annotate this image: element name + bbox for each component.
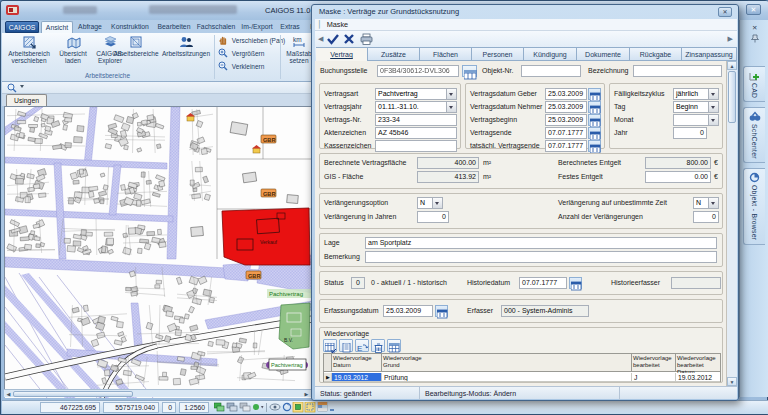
- ribbon-tab-imexport[interactable]: Im-/Export: [239, 21, 275, 33]
- buchungsstelle-field[interactable]: 0F3B4/30612-DVL306: [377, 65, 459, 77]
- tatsende-calendar-button[interactable]: [588, 140, 601, 152]
- dialog-menu-maske[interactable]: Maske: [327, 20, 349, 29]
- toolbar-next-icon[interactable]: ▶: [728, 31, 733, 47]
- print-icon[interactable]: [360, 33, 373, 45]
- main-close-button[interactable]: ✕: [746, 4, 761, 15]
- ribbon-button-zoom-out[interactable]: Verkleinern: [218, 61, 264, 73]
- ribbon-tab-extras[interactable]: Extras: [277, 21, 303, 33]
- ribbon-tab-caigos[interactable]: CAIGOS: [5, 21, 39, 33]
- toolbar-prev-icon[interactable]: ◀: [318, 31, 323, 47]
- scroll-left-arrow[interactable]: ◀: [5, 391, 12, 397]
- tab-flaechen[interactable]: Flächen: [420, 47, 472, 61]
- vanz-field[interactable]: 0: [693, 211, 719, 223]
- wv-col-datum[interactable]: Wiedervorlage Datum: [332, 354, 382, 372]
- highlighted-parcel-red[interactable]: Verkauf: [222, 208, 310, 265]
- tab-zusaetze[interactable]: Zusätze: [368, 47, 420, 61]
- vdatumgeber-field[interactable]: 25.03.2009: [545, 88, 587, 100]
- statusbar-icons[interactable]: [214, 402, 334, 414]
- map-zoom-tool-icon[interactable]: [7, 83, 19, 93]
- bemerkung-field[interactable]: [365, 251, 717, 263]
- wv-col-bearbeitet-datum[interactable]: Wiedervorlage bearbeitet Datum: [676, 354, 720, 372]
- monat-combo[interactable]: [673, 114, 719, 126]
- wv-delete-button[interactable]: [371, 339, 385, 352]
- erfdatum-field[interactable]: 25.03.2009: [383, 305, 433, 317]
- cancel-x-icon[interactable]: [343, 33, 355, 45]
- ribbon-button-pan[interactable]: Verschieben (Pan): [218, 35, 285, 47]
- ribbon-tab-fachschalen[interactable]: Fachschalen: [195, 21, 237, 33]
- vende-field[interactable]: 07.07.1777: [545, 127, 587, 139]
- wv-grid-button[interactable]: [387, 339, 401, 352]
- vertragsart-combo[interactable]: Pachtvertrag: [375, 88, 457, 100]
- erfdatum-calendar-button[interactable]: [435, 305, 448, 317]
- objektnr-field[interactable]: [521, 65, 581, 77]
- dock-pin-icon[interactable]: [751, 34, 760, 43]
- wv-cell-bearbeitet[interactable]: J: [632, 373, 676, 382]
- jahr-field[interactable]: 0: [673, 127, 707, 139]
- vbeginn-calendar-button[interactable]: [588, 114, 601, 126]
- wv-cell-datum[interactable]: 19.03.2012: [332, 373, 382, 382]
- ribbon-tab-abfrage[interactable]: Abfrage: [75, 21, 105, 33]
- dock-tab-cad[interactable]: CAD: [743, 66, 765, 102]
- dialog-scrollbar[interactable]: ▲ ▼: [727, 61, 737, 386]
- vopt-combo[interactable]: N: [417, 197, 443, 209]
- histdatum-calendar-button[interactable]: [569, 277, 582, 289]
- tab-kuendigung[interactable]: Kündigung: [524, 47, 577, 61]
- tab-rueckgabe[interactable]: Rückgabe: [630, 47, 682, 61]
- ribbon-tab-konstruktion[interactable]: Konstruktion: [107, 21, 153, 33]
- vdatumgeber-calendar-button[interactable]: [588, 88, 601, 100]
- wv-copy-button[interactable]: [339, 339, 353, 352]
- bezeichnung-field[interactable]: [633, 65, 722, 77]
- scroll-right-arrow[interactable]: ▶: [303, 391, 310, 397]
- lage-field[interactable]: am Sportplatz: [365, 237, 717, 249]
- ribbon-button-zoom-in[interactable]: Vergrößern: [218, 48, 264, 60]
- map-horizontal-scrollbar[interactable]: ◀ ▶: [4, 389, 311, 397]
- wv-cell-grund[interactable]: Prüfung: [382, 373, 632, 382]
- aktenzeichen-field[interactable]: AZ 45b46: [375, 127, 457, 139]
- wv-col-grund[interactable]: Wiedervorlage Grund: [382, 354, 632, 372]
- tag-combo[interactable]: Beginn: [673, 101, 719, 113]
- wv-refresh-button[interactable]: E: [355, 339, 369, 352]
- tab-zinsanpassung[interactable]: Zinsanpassung: [682, 47, 737, 61]
- wv-col-bearbeitet[interactable]: Wiedervorlage bearbeitet: [632, 354, 676, 372]
- bezeichnung-label: Bezeichnung: [588, 65, 628, 77]
- tatsende-field[interactable]: 07.07.1777: [545, 140, 587, 152]
- vertragsnr-field[interactable]: 233-34: [375, 114, 457, 126]
- vdatumnehmer-calendar-button[interactable]: [588, 101, 601, 113]
- tab-personen[interactable]: Personen: [472, 47, 524, 61]
- objektnr-label: Objekt-Nr.: [482, 65, 514, 77]
- workspaces-icon: [129, 35, 144, 50]
- faelligkeit-combo[interactable]: jährlich: [673, 88, 719, 100]
- vende-label: Vertragsende: [470, 127, 512, 139]
- dock-close-icon[interactable]: ✕: [752, 24, 757, 32]
- vdatumnehmer-field[interactable]: 25.03.2009: [545, 101, 587, 113]
- vende-calendar-button[interactable]: [588, 127, 601, 139]
- scroll-up-arrow[interactable]: ▲: [727, 61, 737, 70]
- wv-cell-bearbeitet-datum[interactable]: 19.03.2012: [676, 373, 720, 382]
- ribbon-tab-ansicht[interactable]: Ansicht: [41, 21, 73, 33]
- map-tab-usingen[interactable]: Usingen: [6, 94, 47, 106]
- fent-field[interactable]: 0.00: [645, 171, 711, 183]
- map-view[interactable]: Verkauf B.V. Pachtvertrag Pachtvertrag G: [4, 106, 311, 397]
- dialog-scroll-thumb[interactable]: [728, 71, 736, 123]
- wv-add-button[interactable]: [323, 339, 337, 352]
- histdatum-field[interactable]: 07.07.1777: [519, 277, 567, 289]
- dock-tab-objekt-browser[interactable]: Objekt - Browser: [743, 168, 765, 244]
- map-tool-dropdown-arrow[interactable]: [20, 85, 24, 90]
- scroll-down-arrow[interactable]: ▼: [727, 377, 737, 386]
- vertragsjahr-combo[interactable]: 01.11.-31.10.: [375, 101, 457, 113]
- dialog-close-button[interactable]: ✕: [718, 7, 732, 17]
- vbeginn-field[interactable]: 25.03.2009: [545, 114, 587, 126]
- kassenzeichen-label: Kassenzeichen: [324, 140, 371, 152]
- vjahren-field[interactable]: 0: [417, 211, 449, 223]
- ribbon-tab-bearbeiten[interactable]: Bearbeiten: [155, 21, 193, 33]
- buchungsstelle-lookup-button[interactable]: [462, 65, 477, 77]
- kassenzeichen-field[interactable]: [375, 140, 457, 152]
- confirm-check-icon[interactable]: [326, 33, 340, 45]
- dock-tab-schcenter[interactable]: SchCenter: [743, 107, 765, 163]
- tab-vertrag[interactable]: Vertrag: [316, 47, 368, 61]
- scroll-thumb[interactable]: [13, 391, 133, 397]
- vunbest-combo[interactable]: N: [693, 197, 719, 209]
- dialog-menubar: ▏Maske: [315, 19, 737, 31]
- tab-dokumente[interactable]: Dokumente: [577, 47, 630, 61]
- pachtvertrag-marker[interactable]: Pachtvertrag: [266, 359, 308, 370]
